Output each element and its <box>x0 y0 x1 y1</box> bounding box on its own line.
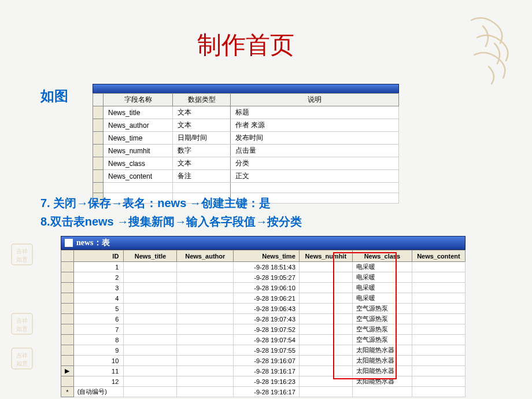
cell: 日期/时间 <box>173 132 231 145</box>
table-row: 6-9-28 19:07:43空气源热泵 <box>61 314 466 324</box>
cell <box>412 366 465 376</box>
cell <box>124 272 177 283</box>
table1-titlebar <box>93 84 399 93</box>
cell: 正文 <box>231 170 399 183</box>
table-icon <box>65 239 73 247</box>
cell: -9-28 19:16:17 <box>234 366 300 376</box>
cell: -9-28 19:16:07 <box>234 356 300 366</box>
cell: 太阳能热水器 <box>352 376 412 387</box>
cell: -9-28 19:16:17 <box>234 387 300 397</box>
cell <box>177 272 234 283</box>
table-row: 3-9-28 19:06:10电采暖 <box>61 283 466 293</box>
cell: News_numhit <box>104 145 173 157</box>
cell: -9-28 19:06:21 <box>234 293 300 304</box>
news-table-titlebar: news：表 <box>61 236 466 250</box>
cell: 太阳能热水器 <box>352 356 412 366</box>
row-selector <box>93 170 104 183</box>
cell <box>299 376 352 387</box>
table-row: News_content备注正文 <box>93 170 399 183</box>
cell: 太阳能热水器 <box>352 345 412 356</box>
cell <box>412 283 465 293</box>
col-data-type: 数据类型 <box>173 94 231 106</box>
row-selector <box>61 304 74 314</box>
cell <box>124 293 177 304</box>
table-row: 8-9-28 19:07:54空气源热泵 <box>61 335 466 345</box>
cell: 2 <box>73 272 124 283</box>
cell <box>412 335 465 345</box>
row-sel-header <box>61 250 74 262</box>
cell <box>124 262 177 272</box>
row-selector-header <box>93 94 104 106</box>
cell <box>299 262 352 272</box>
cell <box>177 304 234 314</box>
seal-decoration-2: 吉祥如意 <box>10 312 34 335</box>
svg-text:如意: 如意 <box>16 326 28 332</box>
table-row: News_class文本分类 <box>93 157 399 170</box>
cell <box>412 314 465 324</box>
svg-text:如意: 如意 <box>16 360 28 367</box>
cell <box>124 387 177 397</box>
cell: News_author <box>104 119 173 132</box>
cell: 电采暖 <box>352 283 412 293</box>
cell <box>177 293 234 304</box>
cell: 分类 <box>231 157 399 170</box>
table1-header-row: 字段名称 数据类型 说明 <box>93 94 399 106</box>
cell <box>412 304 465 314</box>
cell <box>412 356 465 366</box>
col-field-name: 字段名称 <box>104 94 173 106</box>
cell: 电采暖 <box>352 262 412 272</box>
cell: 文本 <box>173 119 231 132</box>
cell: -9-28 19:07:43 <box>234 314 300 324</box>
cell <box>412 324 465 335</box>
cell <box>299 283 352 293</box>
cell: 6 <box>73 314 124 324</box>
cell <box>177 387 234 397</box>
cell: 空气源热泵 <box>352 335 412 345</box>
fields-table: 字段名称 数据类型 说明 News_title文本标题News_author文本… <box>93 93 399 204</box>
cell <box>177 376 234 387</box>
col-news-numhit: News_numhit <box>299 250 352 262</box>
row-selector <box>61 283 74 293</box>
news-data-table: ID News_title News_author News_time News… <box>61 250 466 397</box>
col-id: ID <box>73 250 124 262</box>
cell: 电采暖 <box>352 272 412 283</box>
cell <box>231 183 399 193</box>
cell <box>412 376 465 387</box>
cell <box>299 324 352 335</box>
cell <box>124 356 177 366</box>
table-row: ▶11-9-28 19:16:17太阳能热水器 <box>61 366 466 376</box>
cell <box>412 293 465 304</box>
cell: News_content <box>104 170 173 183</box>
table2-header-row: ID News_title News_author News_time News… <box>61 250 466 262</box>
cell: -9-28 19:06:43 <box>234 304 300 314</box>
cell: News_title <box>104 106 173 119</box>
row-selector <box>61 262 74 272</box>
row-selector <box>61 272 74 283</box>
svg-text:吉祥: 吉祥 <box>16 317 28 324</box>
row-selector <box>61 376 74 387</box>
cell <box>299 293 352 304</box>
cell: News_time <box>104 132 173 145</box>
cell: 文本 <box>173 106 231 119</box>
row-selector <box>93 106 104 119</box>
cell <box>299 345 352 356</box>
svg-text:吉祥: 吉祥 <box>16 352 28 359</box>
row-selector <box>93 145 104 157</box>
cell: 3 <box>73 283 124 293</box>
cell: 发布时间 <box>231 132 399 145</box>
col-description: 说明 <box>231 94 399 106</box>
cell: 1 <box>73 262 124 272</box>
col-news-content: News_content <box>412 250 465 262</box>
cell: 空气源热泵 <box>352 314 412 324</box>
col-news-author: News_author <box>177 250 234 262</box>
cell <box>124 283 177 293</box>
cell: -9-28 19:07:52 <box>234 324 300 335</box>
table-row: 5-9-28 19:06:43空气源热泵 <box>61 304 466 314</box>
cell <box>412 387 465 397</box>
fields-table-container: 字段名称 数据类型 说明 News_title文本标题News_author文本… <box>93 84 399 204</box>
cell <box>299 366 352 376</box>
cell <box>124 304 177 314</box>
cell <box>352 387 412 397</box>
table-row: News_numhit数字点击量 <box>93 145 399 157</box>
row-selector <box>61 345 74 356</box>
